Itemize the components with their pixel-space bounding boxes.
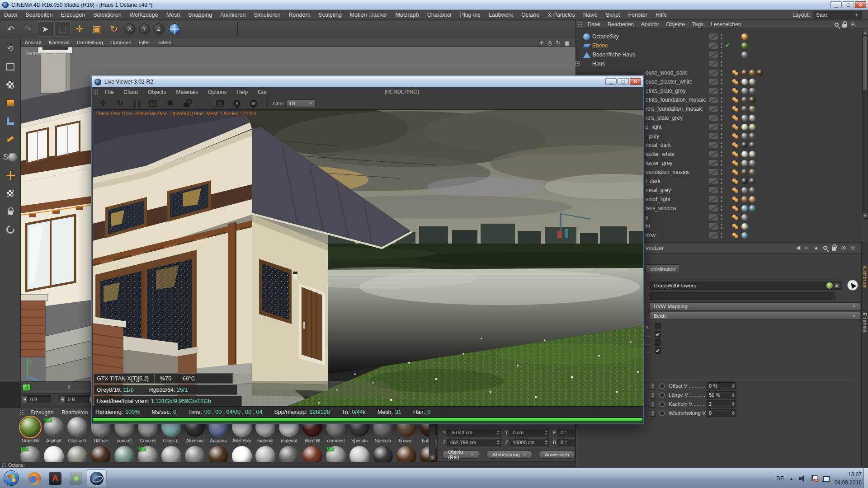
deformer-icon[interactable] — [309, 21, 326, 37]
layer-tag-icon[interactable] — [709, 169, 718, 175]
material-tag-icon[interactable] — [732, 151, 739, 157]
search-icon[interactable] — [823, 246, 827, 250]
layer-tag-icon[interactable] — [709, 133, 718, 139]
material-thumbnail[interactable]: MIX Glossy N — [66, 417, 89, 443]
texture-tag-icon[interactable] — [741, 52, 748, 58]
material-tag-icon[interactable] — [732, 169, 739, 175]
lv-maximize-button[interactable]: ▢ — [618, 78, 629, 85]
shuriken-icon[interactable]: ✣ — [95, 98, 111, 109]
workplane-icon[interactable] — [2, 113, 19, 128]
new-panel-icon[interactable]: ⊞ — [850, 244, 855, 251]
visibility-dots-icon[interactable] — [721, 160, 722, 166]
taskbar-cinema4d[interactable] — [87, 469, 107, 487]
object-menu-item[interactable]: Objekte — [662, 21, 688, 28]
texture-tag-icon[interactable] — [749, 88, 755, 94]
panel-grip-icon[interactable] — [577, 22, 583, 27]
texture-mode-icon[interactable] — [2, 77, 19, 92]
checkbox[interactable] — [655, 339, 661, 346]
floor-icon[interactable] — [326, 21, 343, 37]
object-menu-item[interactable]: Bearbeiten — [604, 21, 637, 28]
region-icon[interactable] — [212, 98, 228, 109]
spinner-stub[interactable] — [650, 383, 656, 389]
visibility-dots-icon[interactable] — [721, 70, 722, 75]
object-tree-scrollbar[interactable]: ▲▼ — [862, 30, 868, 219]
texture-tag-icon[interactable] — [741, 187, 748, 193]
menu-item[interactable]: Octane — [517, 10, 543, 19]
object-menu-item[interactable]: Lesezeichen — [707, 21, 745, 28]
material-thumbnail[interactable]: MIX — [395, 446, 418, 462]
menu-item[interactable]: Hilfe — [651, 10, 671, 19]
material-thumbnail[interactable]: MIX GrassWi — [19, 417, 42, 443]
coord-globe-icon[interactable] — [166, 21, 183, 37]
parameter-value-field[interactable]: 2 — [706, 400, 736, 408]
lock-icon[interactable] — [832, 247, 836, 251]
side-dropdown[interactable]: Beide▼ — [650, 312, 860, 320]
texture-tag-icon[interactable] — [741, 151, 748, 157]
settings-gear-icon[interactable]: ✱ — [162, 98, 178, 109]
menu-item[interactable]: Selektieren — [89, 10, 126, 19]
show-desktop-button[interactable] — [863, 468, 868, 488]
mograph-cloner-icon[interactable] — [275, 21, 291, 37]
texture-tag-icon[interactable] — [749, 151, 755, 157]
material-tag-icon[interactable] — [732, 142, 739, 148]
layer-tag-icon[interactable] — [709, 196, 718, 202]
pin-focus-icon[interactable]: F — [229, 98, 245, 109]
texture-tag-icon[interactable] — [741, 124, 748, 130]
expander-icon[interactable]: + — [576, 61, 580, 66]
texture-expand-icon[interactable]: ▶ — [834, 282, 840, 289]
visibility-dots-icon[interactable] — [721, 124, 722, 130]
lock-icon[interactable] — [2, 204, 19, 219]
menu-item[interactable]: Rendern — [284, 10, 314, 19]
scale-icon[interactable]: ▣ — [89, 21, 105, 37]
layout-dropdown[interactable]: Start▼ — [813, 11, 862, 19]
zoom-view-icon[interactable]: ◎ — [547, 40, 552, 46]
history-forward-icon[interactable]: ▶ — [805, 244, 809, 251]
material-menu-item[interactable]: Erzeugen — [26, 409, 57, 416]
lock-y-icon[interactable]: Y — [137, 21, 151, 37]
camera-icon[interactable] — [344, 21, 360, 37]
texture-tag-icon[interactable] — [749, 97, 755, 103]
add-cube-icon[interactable] — [241, 21, 257, 37]
material-thumbnail[interactable]: MIX — [184, 446, 206, 462]
move-icon[interactable]: ✛ — [71, 21, 88, 37]
projection-dropdown[interactable]: UVW-Mapping▼ — [650, 302, 860, 310]
viewport-menu-item[interactable]: Tafeln — [154, 38, 175, 47]
material-scrollbar[interactable]: ▲ ▼ — [429, 418, 435, 460]
restart-icon[interactable]: R — [146, 98, 161, 109]
snap-mode-icon[interactable] — [2, 222, 19, 237]
pan-view-icon[interactable]: ✛ — [539, 40, 544, 46]
texture-tag-icon[interactable] — [749, 115, 755, 121]
layer-tag-icon[interactable] — [709, 160, 718, 166]
layer-tag-icon[interactable] — [709, 88, 718, 94]
material-tag-icon[interactable] — [732, 233, 739, 238]
coordinates-button[interactable]: Abmessung▼ — [486, 450, 533, 459]
material-thumbnail[interactable]: MIX — [42, 446, 65, 462]
material-tag-icon[interactable] — [732, 133, 739, 139]
texture-tag-icon[interactable] — [749, 169, 755, 175]
layer-tag-icon[interactable] — [709, 142, 718, 148]
menu-item[interactable]: Snapping — [184, 10, 216, 19]
texture-tag-icon[interactable] — [749, 196, 755, 202]
menu-item[interactable]: Simulieren — [250, 10, 284, 19]
taskbar-adobe-reader[interactable]: A — [45, 469, 65, 487]
material-thumbnail[interactable]: MIX — [160, 446, 183, 462]
key-radio-icon[interactable] — [659, 401, 665, 407]
material-tag-icon[interactable] — [732, 106, 739, 112]
menu-item[interactable]: Bearbeiten — [21, 10, 57, 19]
layer-tag-icon[interactable] — [709, 232, 718, 239]
visibility-dots-icon[interactable] — [721, 188, 722, 193]
lv-menu-item[interactable]: Gui — [253, 89, 271, 95]
texture-tag-icon[interactable] — [749, 178, 755, 184]
viewport-menu-item[interactable]: Darstellung — [73, 38, 107, 47]
material-tag-icon[interactable] — [732, 79, 739, 84]
render-picture-icon[interactable] — [201, 21, 217, 37]
lock-z-icon[interactable]: Z — [152, 21, 165, 37]
menu-item[interactable]: Animieren — [216, 10, 250, 19]
object-mode-icon[interactable] — [2, 95, 19, 110]
texture-tag-icon[interactable] — [741, 97, 748, 103]
checkbox[interactable]: ✔ — [655, 331, 661, 338]
texture-tag-icon[interactable] — [741, 232, 748, 239]
layer-tag-icon[interactable] — [709, 97, 718, 103]
pick-material-button[interactable] — [847, 280, 858, 291]
object-menu-item[interactable]: Tags — [689, 21, 707, 28]
